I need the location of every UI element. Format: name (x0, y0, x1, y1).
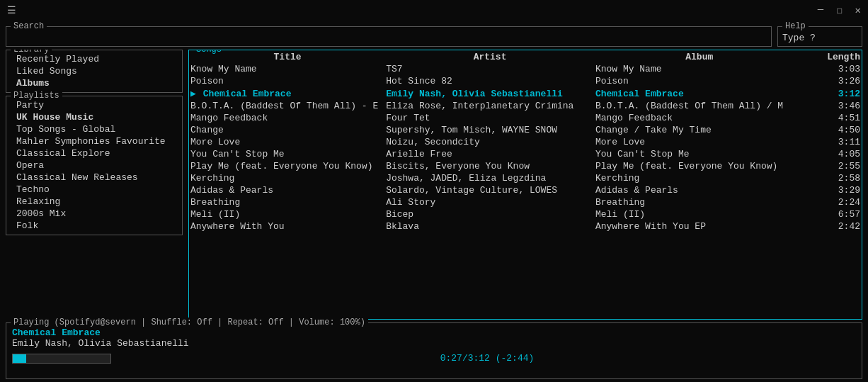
search-fieldset: Search (6, 21, 772, 47)
minimize-button[interactable]: ─ (818, 4, 823, 16)
now-playing-track: Chemical Embrace (12, 327, 856, 338)
playing-length: 3:12 (838, 89, 860, 99)
library-legend: Library (11, 50, 52, 55)
now-playing-artist: Emily Nash, Olivia Sebastianelli (12, 338, 856, 349)
song-album: Play Me (feat. Everyone You Know) (595, 161, 804, 172)
song-length: 2:55 (805, 161, 860, 172)
titlebar: ☰ ─ ☐ ✕ (0, 0, 868, 20)
table-row[interactable]: Know My NameTS7Know My Name3:03 (190, 64, 860, 74)
song-length: 3:29 (805, 185, 860, 196)
song-title: ▶ Chemical Embrace (190, 88, 384, 99)
sidebar-item-2000s[interactable]: 2000s Mix (11, 208, 178, 220)
song-length: 2:24 (805, 197, 860, 208)
sidebar-item-relaxing[interactable]: Relaxing (11, 196, 178, 208)
statusbar-legend: Playing (Spotifyd@severn | Shuffle: Off … (11, 318, 368, 327)
col-header-artist: Artist (386, 52, 594, 62)
titlebar-left: ☰ (7, 4, 16, 16)
song-title: Poison (190, 76, 384, 86)
sidebar-item-techno[interactable]: Techno (11, 184, 178, 196)
song-title: More Love (190, 137, 384, 147)
song-length: 3:26 (805, 76, 860, 86)
song-title: Change (190, 125, 384, 135)
table-row[interactable]: BreathingAli StoryBreathing2:24 (190, 197, 860, 208)
playlists-legend: Playlists (11, 91, 62, 101)
titlebar-controls: ─ ☐ ✕ (818, 4, 861, 16)
table-row[interactable]: PoisonHot Since 82Poison3:26 (190, 76, 860, 86)
song-artist: Four Tet (386, 113, 594, 123)
song-length: 4:05 (805, 149, 860, 159)
table-row[interactable]: Anywhere With YouBklavaAnywhere With You… (190, 221, 860, 232)
sidebar-item-opera[interactable]: Opera (11, 159, 178, 172)
sidebar-item-uk-house[interactable]: UK House Music (11, 111, 178, 123)
statusbar: Playing (Spotifyd@severn | Shuffle: Off … (6, 322, 862, 379)
sidebar-item-top-songs[interactable]: Top Songs - Global (11, 123, 178, 135)
song-length: 3:11 (805, 137, 860, 147)
song-album: Change / Take My Time (595, 125, 804, 135)
song-artist: TS7 (386, 64, 594, 74)
song-length: 2:42 (805, 221, 860, 232)
song-length: 2:58 (805, 173, 860, 184)
song-title: B.O.T.A. (Baddest Of Them All) - E (190, 101, 384, 111)
sidebar-item-party[interactable]: Party (11, 99, 178, 111)
sidebar-item-recently-played[interactable]: Recently Played (11, 53, 178, 65)
table-row[interactable]: B.O.T.A. (Baddest Of Them All) - EEliza … (190, 101, 860, 111)
song-album: Know My Name (595, 64, 804, 74)
song-artist: Hot Since 82 (386, 76, 594, 86)
table-row[interactable]: Play Me (feat. Everyone You Know)Biscits… (190, 161, 860, 172)
song-title: Play Me (feat. Everyone You Know) (190, 161, 384, 172)
song-album: B.O.T.A. (Baddest Of Them All) / M (595, 101, 804, 111)
song-artist: Emily Nash, Olivia Sebastianelli (386, 88, 594, 99)
song-length: 3:03 (805, 64, 860, 74)
sidebar-item-classical-new[interactable]: Classical New Releases (11, 172, 178, 184)
song-artist: Arielle Free (386, 149, 594, 159)
songs-header: Title Artist Album Length (190, 52, 860, 62)
sidebar-item-mahler[interactable]: Mahler Symphonies Favourite (11, 135, 178, 147)
search-input[interactable] (11, 33, 767, 43)
maximize-button[interactable]: ☐ (836, 4, 842, 16)
search-legend: Search (11, 21, 47, 31)
song-artist: Noizu, Secondcity (386, 137, 594, 147)
songs-panel: Songs Title Artist Album Length Know My … (188, 50, 862, 320)
progress-bar-bg[interactable] (12, 354, 111, 364)
sidebar-item-classical-explore[interactable]: Classical Explore (11, 147, 178, 159)
song-title: Meli (II) (190, 209, 384, 220)
sidebar-item-albums[interactable]: Albums (11, 77, 178, 89)
main-area: Library Recently PlayedLiked SongsAlbums… (0, 50, 868, 320)
song-title: Adidas & Pearls (190, 185, 384, 196)
sidebar: Library Recently PlayedLiked SongsAlbums… (6, 50, 183, 320)
sidebar-item-folk[interactable]: Folk (11, 220, 178, 232)
songs-body: Know My NameTS7Know My Name3:03PoisonHot… (190, 64, 860, 232)
song-album: Breathing (595, 197, 804, 208)
playing-album: Chemical Embrace (595, 89, 684, 99)
song-artist: Eliza Rose, Interplanetary Crimina (386, 101, 594, 111)
song-album: Adidas & Pearls (595, 185, 804, 196)
table-row[interactable]: You Can't Stop MeArielle FreeYou Can't S… (190, 149, 860, 159)
song-length: 6:57 (805, 209, 860, 220)
song-length: 3:46 (805, 101, 860, 111)
song-artist: Bklava (386, 221, 594, 232)
table-row[interactable]: ChangeSupershy, Tom Misch, WAYNE SNOWCha… (190, 125, 860, 135)
help-legend: Help (782, 21, 809, 31)
col-header-length: Length (805, 52, 860, 62)
table-row[interactable]: ▶ Chemical EmbraceEmily Nash, Olivia Seb… (190, 88, 860, 99)
song-artist: Joshwa, JADED, Eliza Legzdina (386, 173, 594, 184)
songs-legend: Songs (193, 50, 224, 55)
table-row[interactable]: KerchingJoshwa, JADED, Eliza LegzdinaKer… (190, 173, 860, 184)
song-album: Chemical Embrace (595, 88, 804, 99)
song-title: Mango Feedback (190, 113, 384, 123)
table-row[interactable]: Meli (II)BicepMeli (II)6:57 (190, 209, 860, 220)
song-artist: Biscits, Everyone You Know (386, 161, 594, 172)
sidebar-item-liked-songs[interactable]: Liked Songs (11, 65, 178, 77)
menu-icon[interactable]: ☰ (7, 4, 16, 16)
song-artist: Ali Story (386, 197, 594, 208)
table-row[interactable]: Adidas & PearlsSolardo, Vintage Culture,… (190, 185, 860, 196)
song-album: Poison (595, 76, 804, 86)
close-button[interactable]: ✕ (855, 4, 861, 16)
playlist-items: PartyUK House MusicTop Songs - GlobalMah… (11, 99, 178, 232)
song-album: Anywhere With You EP (595, 221, 804, 232)
progress-time: 0:27/3:12 (-2:44) (118, 353, 856, 364)
table-row[interactable]: Mango FeedbackFour TetMango Feedback4:51 (190, 113, 860, 123)
songs-table-wrapper[interactable]: Title Artist Album Length Know My NameTS… (189, 50, 862, 319)
table-row[interactable]: More LoveNoizu, SecondcityMore Love3:11 (190, 137, 860, 147)
song-artist: Supershy, Tom Misch, WAYNE SNOW (386, 125, 594, 135)
